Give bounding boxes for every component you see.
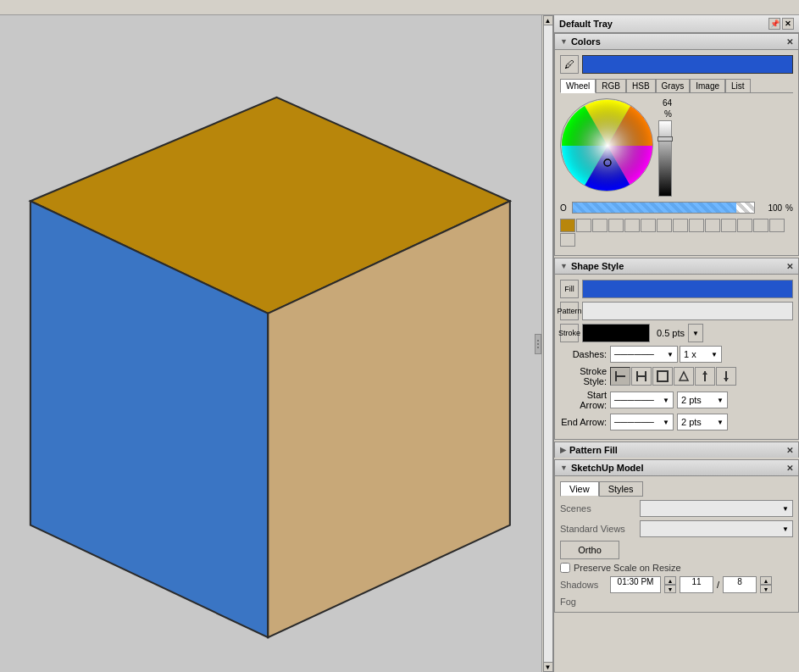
end-arrow-row: End Arrow: ────── ▼ 2 pts ▼ [560, 414, 793, 430]
standard-views-dropdown[interactable]: ▼ [640, 520, 793, 537]
tab-rgb[interactable]: RGB [596, 79, 626, 92]
tray-close-btn[interactable]: ✕ [782, 18, 794, 30]
stroke-color-bar[interactable] [582, 324, 650, 342]
panel-separator[interactable] [535, 334, 541, 354]
svg-rect-11 [645, 371, 646, 381]
start-arrow-select[interactable]: ────── ▼ [610, 392, 674, 408]
swatch-7[interactable] [673, 219, 688, 232]
scroll-up-btn[interactable]: ▲ [543, 15, 553, 25]
swatch-8[interactable] [689, 219, 704, 232]
fog-row: Fog [560, 597, 793, 607]
swatch-6[interactable] [657, 219, 672, 232]
date-separator: / [717, 580, 719, 590]
standard-views-label: Standard Views [560, 524, 636, 534]
swatch-12[interactable] [753, 219, 768, 232]
end-arrow-size-select[interactable]: 2 pts ▼ [677, 414, 728, 430]
stroke-style-btn-1[interactable] [631, 367, 652, 386]
brightness-value: 64 [663, 98, 672, 108]
sketchup-model-close-btn[interactable]: ✕ [786, 464, 793, 473]
end-arrow-label: End Arrow: [560, 417, 607, 427]
swatch-14[interactable] [560, 233, 575, 247]
stroke-size-dropdown[interactable]: ▼ [688, 324, 703, 342]
colors-section-header[interactable]: ▼ Colors ✕ [554, 33, 799, 49]
opacity-track[interactable] [572, 202, 755, 214]
shadows-day-value: 8 [737, 577, 742, 586]
scenes-dropdown[interactable]: ▼ [640, 500, 793, 517]
stroke-btn-inner[interactable]: Stroke [560, 324, 579, 342]
shadows-day-input[interactable]: 8 [723, 576, 757, 593]
tab-grays[interactable]: Grays [656, 79, 691, 92]
swatch-13[interactable] [769, 219, 785, 232]
stroke-style-row: Stroke Style: [560, 366, 793, 386]
stroke-style-btn-5[interactable] [716, 367, 736, 386]
tab-hsb[interactable]: HSB [626, 79, 656, 92]
sketchup-model-header[interactable]: ▼ SketchUp Model ✕ [554, 459, 799, 475]
tab-view[interactable]: View [560, 481, 599, 497]
time-down-btn[interactable]: ▼ [664, 585, 676, 593]
pattern-fill-header[interactable]: ▶ Pattern Fill ✕ [554, 442, 799, 458]
stroke-style-btn-2[interactable] [652, 367, 673, 386]
shadows-time-value: 01:30 PM [618, 577, 654, 586]
tab-image[interactable]: Image [690, 79, 725, 92]
shadows-label: Shadows [560, 580, 607, 590]
shape-style-header[interactable]: ▼ Shape Style ✕ [554, 258, 799, 274]
tray-pin-btn[interactable]: 📌 [768, 18, 780, 30]
swatch-9[interactable] [705, 219, 720, 232]
sketchup-header-left: ▼ SketchUp Model [560, 463, 644, 473]
swatch-4[interactable] [624, 219, 640, 232]
color-picker-icon[interactable]: 🖊 [560, 55, 579, 74]
fill-btn-inner[interactable]: Fill [560, 280, 579, 298]
swatch-3[interactable] [608, 219, 624, 232]
pattern-btn-inner[interactable]: Pattern [560, 302, 579, 320]
colors-close-btn[interactable]: ✕ [786, 37, 793, 47]
stroke-style-btn-0[interactable] [610, 367, 630, 386]
fill-row: Fill [560, 280, 793, 298]
start-arrow-size: 2 pts [681, 395, 717, 405]
tab-wheel[interactable]: Wheel [560, 79, 596, 93]
svg-marker-14 [702, 371, 707, 375]
dashes-select[interactable]: ────── ▼ [610, 346, 678, 363]
pattern-fill-close-btn[interactable]: ✕ [786, 446, 793, 455]
ortho-button[interactable]: Ortho [560, 541, 619, 559]
color-wheel[interactable] [560, 98, 653, 192]
shape-style-close-btn[interactable]: ✕ [786, 262, 793, 271]
scroll-down-btn[interactable]: ▼ [543, 662, 553, 672]
tab-styles[interactable]: Styles [599, 481, 643, 497]
standard-views-dropdown-arrow: ▼ [782, 525, 789, 533]
start-arrow-size-select[interactable]: 2 pts ▼ [677, 392, 728, 408]
preserve-scale-checkbox[interactable] [560, 563, 570, 573]
end-arrow-select[interactable]: ────── ▼ [610, 414, 674, 430]
color-preview-row: 🖊 [560, 55, 793, 74]
svg-point-5 [562, 100, 653, 192]
brightness-track[interactable] [658, 120, 672, 197]
time-up-btn[interactable]: ▲ [664, 576, 676, 585]
opacity-value: 100 [758, 203, 782, 213]
tray-title: Default Tray [559, 19, 613, 29]
pattern-bar[interactable] [582, 302, 793, 320]
swatch-0[interactable] [560, 219, 575, 232]
date-down-btn[interactable]: ▼ [760, 585, 772, 593]
swatch-1[interactable] [576, 219, 591, 232]
scrollbar-vertical[interactable]: ▲ ▼ [541, 15, 553, 672]
stroke-style-btn-4[interactable] [695, 367, 715, 386]
date-up-btn[interactable]: ▲ [760, 576, 772, 585]
pattern-row: Pattern [560, 302, 793, 320]
swatch-11[interactable] [737, 219, 752, 232]
shadows-time-input[interactable]: 01:30 PM [610, 576, 661, 593]
right-panel: Default Tray 📌 ✕ ▼ Colors ✕ 🖊 [553, 15, 799, 672]
stroke-btn[interactable]: Stroke [560, 324, 579, 342]
tab-list[interactable]: List [725, 79, 751, 92]
fill-color-bar[interactable] [582, 280, 793, 298]
swatch-2[interactable] [592, 219, 608, 232]
shadows-month-input[interactable]: 11 [680, 576, 713, 593]
pattern-btn[interactable]: Pattern [560, 302, 579, 320]
tray-header-buttons: 📌 ✕ [768, 18, 794, 30]
fill-btn[interactable]: Fill [560, 280, 579, 298]
stroke-style-btn-3[interactable] [674, 367, 694, 386]
end-arrow-dropdown: ▼ [663, 419, 669, 426]
color-preview-bar[interactable] [582, 55, 793, 74]
swatch-10[interactable] [721, 219, 736, 232]
multiplier-select[interactable]: 1 x ▼ [680, 346, 722, 363]
swatch-5[interactable] [641, 219, 656, 232]
tray-header: Default Tray 📌 ✕ [554, 15, 799, 33]
